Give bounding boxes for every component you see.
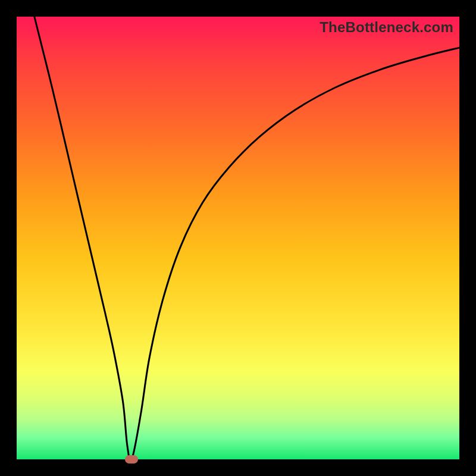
curve-svg <box>17 17 459 459</box>
optimal-point-marker <box>125 455 138 464</box>
plot-area: TheBottleneck.com <box>17 17 459 459</box>
bottleneck-curve <box>35 17 459 461</box>
chart-frame: TheBottleneck.com <box>0 0 476 476</box>
